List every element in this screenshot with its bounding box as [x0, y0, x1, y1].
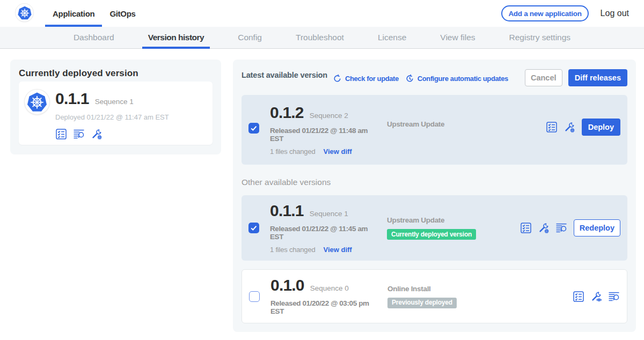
- version-source: Upstream Update: [387, 120, 500, 128]
- header-right: Add a new application Log out: [501, 0, 644, 27]
- preflight-checks-icon[interactable]: [520, 222, 532, 234]
- source-label: Upstream Update: [387, 216, 500, 224]
- tab-application[interactable]: Application: [45, 0, 102, 27]
- version-source: Upstream Update Currently deployed versi…: [387, 216, 500, 240]
- view-logs-icon[interactable]: [555, 222, 567, 234]
- redeploy-button[interactable]: Redeploy: [574, 219, 620, 236]
- currently-deployed-title: Currently deployed version: [19, 69, 213, 78]
- page-content: Currently deployed version 0.1.1 Sequenc…: [0, 49, 644, 332]
- tab-gitops-label: GitOps: [109, 9, 135, 18]
- edit-config-icon[interactable]: [91, 128, 103, 140]
- preflight-checks-icon[interactable]: [573, 291, 584, 302]
- version-sequence: Sequence 0: [310, 284, 349, 292]
- subnav-tab-version-history[interactable]: Version history: [142, 27, 210, 48]
- version-number: 0.1.2: [270, 105, 304, 121]
- version-checkbox-0-1-2[interactable]: [248, 123, 259, 134]
- view-config-icon[interactable]: [590, 291, 602, 302]
- version-source: Online Install Previously deployed: [387, 285, 500, 308]
- latest-available-title: Latest available version: [241, 71, 327, 79]
- view-logs-icon[interactable]: [608, 291, 620, 302]
- version-number: 0.1.0: [270, 277, 304, 293]
- view-diff-link[interactable]: View diff: [323, 147, 352, 156]
- currently-deployed-version-card: 0.1.1 Sequence 1 Deployed 01/21/22 @ 11:…: [19, 82, 213, 145]
- view-diff-link[interactable]: View diff: [323, 246, 352, 254]
- tab-gitops[interactable]: GitOps: [102, 0, 143, 27]
- version-row-0-1-1: 0.1.1 Sequence 1 Released 01/21/22 @ 11:…: [241, 195, 627, 261]
- configure-updates-label: Configure automatic updates: [418, 75, 508, 83]
- preflight-checks-icon[interactable]: [546, 121, 558, 133]
- released-timestamp: Released 01/21/22 @ 11:48 am EST: [270, 127, 380, 143]
- released-timestamp: Released 01/21/22 @ 11:45 am EST: [270, 225, 380, 241]
- tab-application-label: Application: [53, 9, 94, 18]
- subnav-tab-registry-settings[interactable]: Registry settings: [503, 27, 577, 48]
- diff-releases-button[interactable]: Diff releases: [568, 69, 627, 86]
- currently-deployed-card: Currently deployed version 0.1.1 Sequenc…: [10, 60, 221, 154]
- subnav-tab-dashboard[interactable]: Dashboard: [68, 27, 120, 48]
- kubernetes-logo-icon: [16, 4, 33, 21]
- subnav-tab-view-files[interactable]: View files: [434, 27, 481, 48]
- files-changed-label: 1 files changed: [270, 147, 315, 156]
- schedule-icon: [405, 74, 414, 83]
- version-info: 0.1.2 Sequence 2 Released 01/21/22 @ 11:…: [270, 105, 380, 156]
- deployed-sequence: Sequence 1: [95, 98, 134, 106]
- released-timestamp: Released 01/20/22 @ 03:05 pm EST: [270, 299, 380, 315]
- version-actions: Deploy: [540, 119, 620, 136]
- files-changed-label: 1 files changed: [270, 246, 315, 254]
- edit-config-icon[interactable]: [564, 121, 575, 133]
- version-sequence: Sequence 1: [310, 210, 348, 218]
- previously-deployed-badge: Previously deployed: [387, 298, 457, 308]
- configure-automatic-updates-link[interactable]: Configure automatic updates: [405, 74, 508, 83]
- view-logs-icon[interactable]: [73, 128, 85, 140]
- deployed-info: 0.1.1 Sequence 1 Deployed 01/21/22 @ 11:…: [55, 90, 169, 140]
- source-label: Online Install: [387, 285, 500, 293]
- version-row-0-1-2: 0.1.2 Sequence 2 Released 01/21/22 @ 11:…: [241, 95, 627, 165]
- subnav-tab-license[interactable]: License: [372, 27, 412, 48]
- check-for-update-link[interactable]: Check for update: [333, 74, 399, 83]
- deploy-button[interactable]: Deploy: [582, 119, 620, 136]
- deployed-timestamp: Deployed 01/21/22 @ 11:47 am EST: [55, 113, 169, 121]
- top-header: Application GitOps Add a new application…: [0, 0, 644, 27]
- version-row-0-1-0: 0.1.0 Sequence 0 Released 01/20/22 @ 03:…: [241, 269, 627, 323]
- refresh-icon: [333, 74, 342, 83]
- add-application-button[interactable]: Add a new application: [501, 5, 588, 21]
- version-checkbox-0-1-1[interactable]: [248, 223, 259, 233]
- version-sequence: Sequence 2: [310, 112, 348, 120]
- version-history-panel: Latest available version Check for updat…: [233, 60, 636, 332]
- edit-config-icon[interactable]: [538, 222, 550, 234]
- version-actions: Redeploy: [514, 219, 620, 236]
- logout-link[interactable]: Log out: [601, 9, 629, 18]
- check-for-update-label: Check for update: [345, 75, 399, 83]
- preflight-checks-icon[interactable]: [55, 128, 67, 140]
- subnav-tab-troubleshoot[interactable]: Troubleshoot: [290, 27, 350, 48]
- currently-deployed-badge: Currently deployed version: [387, 229, 476, 240]
- deployed-actions: [55, 128, 169, 140]
- version-actions: [567, 291, 620, 302]
- version-number: 0.1.1: [270, 203, 304, 219]
- cancel-button[interactable]: Cancel: [525, 69, 562, 86]
- version-info: 0.1.1 Sequence 1 Released 01/21/22 @ 11:…: [270, 203, 380, 254]
- app-icon-kubernetes: [25, 90, 49, 114]
- version-checkbox-0-1-0[interactable]: [249, 291, 260, 302]
- header-tabs: Application GitOps: [45, 0, 143, 27]
- header-buttons: Cancel Diff releases: [525, 69, 627, 86]
- version-info: 0.1.0 Sequence 0 Released 01/20/22 @ 03:…: [270, 277, 380, 315]
- deployed-version-number: 0.1.1: [55, 91, 89, 107]
- app-subnav: Dashboard Version history Config Trouble…: [0, 27, 644, 49]
- other-versions-title: Other available versions: [241, 178, 627, 187]
- source-label: Upstream Update: [387, 120, 500, 128]
- subnav-tab-config[interactable]: Config: [232, 27, 268, 48]
- latest-version-header: Latest available version Check for updat…: [241, 68, 627, 86]
